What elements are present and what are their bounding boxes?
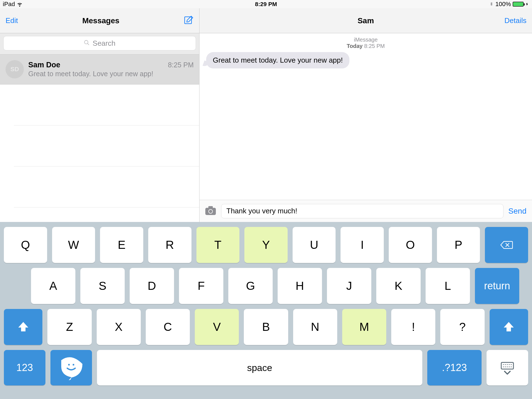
key-H[interactable]: H [278, 268, 322, 304]
key-T[interactable]: T [196, 227, 240, 263]
key-symbols[interactable]: .?123 [427, 350, 482, 385]
charging-icon [525, 2, 529, 7]
key-G[interactable]: G [228, 268, 273, 304]
wifi-icon [17, 1, 23, 7]
svg-rect-9 [68, 364, 70, 365]
thread-time: 8:25 PM [168, 61, 194, 69]
conversation-pane: Sam Details iMessage Today 8:25 PM Great… [200, 8, 532, 222]
svg-point-1 [85, 40, 88, 44]
key-shift-right[interactable] [490, 309, 528, 345]
status-time: 8:29 PM [255, 1, 277, 7]
key-P[interactable]: P [437, 227, 480, 263]
message-bubble: Great to meet today. Love your new app! [206, 52, 349, 68]
svg-rect-4 [208, 206, 213, 208]
key-F[interactable]: F [179, 268, 223, 304]
key-A[interactable]: A [31, 268, 75, 304]
key-N[interactable]: N [293, 309, 337, 345]
key-W[interactable]: W [52, 227, 95, 263]
key-U[interactable]: U [293, 227, 336, 263]
key-K[interactable]: K [376, 268, 421, 304]
status-bar: iPad 8:29 PM 100% [0, 0, 532, 8]
battery-percent: 100% [495, 1, 511, 8]
key-D[interactable]: D [130, 268, 174, 304]
key-123[interactable]: 123 [4, 350, 45, 385]
key-Z[interactable]: Z [47, 309, 91, 345]
key-hide-keyboard[interactable] [487, 350, 528, 385]
search-input[interactable]: Search [3, 36, 196, 50]
svg-rect-10 [73, 364, 74, 365]
key-C[interactable]: C [146, 309, 190, 345]
key-question[interactable]: ? [440, 309, 484, 345]
key-L[interactable]: L [426, 268, 470, 304]
thread-row[interactable]: SD Sam Doe 8:25 PM Great to meet today. … [0, 55, 199, 85]
conversation-header: Sam Details [200, 8, 532, 33]
empty-rows [0, 85, 199, 208]
key-E[interactable]: E [100, 227, 143, 263]
svg-point-6 [209, 210, 212, 213]
key-backspace[interactable] [485, 227, 528, 263]
key-O[interactable]: O [389, 227, 432, 263]
keyboard: QWERTYUIOP ASDFGHJKLreturn ZXCVBNM!? 123… [0, 222, 532, 399]
key-shift-left[interactable] [4, 309, 42, 345]
device-label: iPad [3, 1, 15, 8]
meta-service: iMessage [200, 37, 532, 43]
key-I[interactable]: I [341, 227, 384, 263]
svg-line-2 [88, 43, 89, 45]
message-input-value: Thank you very much! [226, 207, 297, 215]
sidebar-header: Edit Messages [0, 8, 199, 33]
key-return[interactable]: return [475, 268, 519, 304]
battery-icon [513, 2, 524, 7]
meta-time: 8:25 PM [364, 43, 385, 49]
thread-name: Sam Doe [28, 61, 60, 69]
send-button[interactable]: Send [508, 207, 526, 216]
key-B[interactable]: B [244, 309, 288, 345]
key-emoji[interactable] [50, 350, 92, 385]
key-R[interactable]: R [148, 227, 191, 263]
compose-button[interactable] [184, 15, 194, 26]
key-M[interactable]: M [342, 309, 386, 345]
meta-day: Today [347, 43, 362, 49]
svg-rect-11 [501, 362, 513, 369]
key-Q[interactable]: Q [4, 227, 47, 263]
thread-preview: Great to meet today. Love your new app! [28, 70, 194, 78]
message-input[interactable]: Thank you very much! [221, 204, 503, 218]
bluetooth-icon [489, 2, 494, 7]
conversation-title: Sam [357, 16, 374, 25]
key-J[interactable]: J [327, 268, 371, 304]
message-meta: iMessage Today 8:25 PM [200, 33, 532, 50]
sidebar-title: Messages [82, 16, 119, 25]
key-X[interactable]: X [97, 309, 141, 345]
camera-button[interactable] [205, 206, 216, 216]
key-exclaim[interactable]: ! [391, 309, 435, 345]
avatar: SD [6, 60, 24, 78]
search-wrap: Search [0, 33, 199, 55]
search-icon [84, 39, 90, 48]
key-Y[interactable]: Y [244, 227, 288, 263]
key-space[interactable]: space [97, 350, 422, 385]
key-S[interactable]: S [80, 268, 125, 304]
search-placeholder: Search [93, 39, 115, 48]
edit-button[interactable]: Edit [6, 16, 18, 25]
messages-sidebar: Edit Messages Search SD Sam Doe 8:25 PM … [0, 8, 200, 222]
composer-bar: Thank you very much! Send [200, 200, 532, 222]
details-button[interactable]: Details [505, 16, 526, 25]
key-V[interactable]: V [195, 309, 239, 345]
